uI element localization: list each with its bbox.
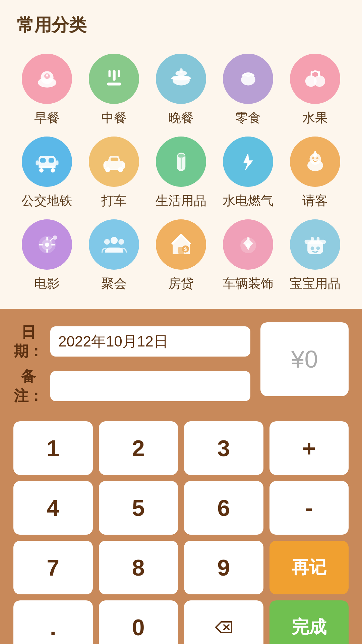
svg-rect-21 <box>39 166 56 168</box>
category-circle-mortgage: $ <box>156 219 206 270</box>
svg-rect-31 <box>103 163 106 167</box>
section-title: 常用分类 <box>17 13 345 37</box>
btn-save-again[interactable]: 再记 <box>269 541 349 594</box>
category-circle-bus <box>22 137 72 187</box>
label-movie: 电影 <box>34 275 60 292</box>
label-baby: 宝宝用品 <box>290 275 341 292</box>
category-snack[interactable]: 零食 <box>218 54 278 126</box>
svg-rect-61 <box>304 239 326 244</box>
svg-point-51 <box>110 237 117 244</box>
svg-point-28 <box>118 167 123 172</box>
btn-9[interactable]: 9 <box>184 541 263 594</box>
btn-minus[interactable]: - <box>269 481 349 535</box>
svg-point-15 <box>314 75 325 87</box>
category-circle-daily <box>156 137 206 187</box>
svg-rect-25 <box>56 160 59 165</box>
svg-point-59 <box>247 237 250 240</box>
category-circle-lunch <box>89 54 139 104</box>
label-snack: 零食 <box>235 109 261 126</box>
category-car-decor[interactable]: 车辆装饰 <box>218 219 278 292</box>
svg-rect-29 <box>110 157 117 161</box>
note-label: 备注： <box>13 367 44 405</box>
category-movie[interactable]: 电影 <box>17 219 77 292</box>
btn-backspace[interactable] <box>184 600 263 644</box>
categories-grid: 早餐 中餐 <box>17 54 345 292</box>
category-utilities[interactable]: 水电燃气 <box>218 137 278 209</box>
category-party[interactable]: 聚会 <box>84 219 144 292</box>
svg-point-44 <box>45 243 49 247</box>
btn-3[interactable]: 3 <box>184 421 263 475</box>
svg-rect-33 <box>177 154 184 158</box>
label-lunch: 中餐 <box>101 109 127 126</box>
category-lunch[interactable]: 中餐 <box>84 54 144 126</box>
svg-rect-7 <box>107 83 121 86</box>
svg-rect-63 <box>316 237 319 241</box>
svg-rect-4 <box>113 70 116 80</box>
svg-point-64 <box>310 246 314 250</box>
svg-rect-20 <box>48 158 54 162</box>
label-car-decor: 车辆装饰 <box>223 275 274 292</box>
svg-point-3 <box>46 74 48 76</box>
label-daily: 生活用品 <box>156 192 206 209</box>
category-mortgage[interactable]: $ 房贷 <box>151 219 211 292</box>
btn-0[interactable]: 0 <box>99 600 178 644</box>
btn-done[interactable]: 完成 <box>269 600 349 644</box>
category-taxi[interactable]: 打车 <box>84 137 144 209</box>
numpad: 1 2 3 + 4 5 6 - 7 8 9 再记 . 0 完成 <box>13 421 349 644</box>
category-baby[interactable]: 宝宝用品 <box>285 219 345 292</box>
svg-point-53 <box>118 239 124 245</box>
svg-point-27 <box>105 167 110 172</box>
label-fruit: 水果 <box>302 109 328 126</box>
btn-plus[interactable]: + <box>269 421 349 475</box>
category-circle-treat <box>290 137 340 187</box>
category-bus[interactable]: 公交地铁 <box>17 137 77 209</box>
note-field-row: 备注： <box>13 367 250 405</box>
svg-rect-39 <box>314 151 316 155</box>
svg-rect-5 <box>108 70 110 77</box>
label-breakfast: 早餐 <box>34 109 60 126</box>
btn-6[interactable]: 6 <box>184 481 263 535</box>
svg-marker-35 <box>243 152 253 171</box>
form-row: 日期： 备注： ¥0 <box>13 322 349 411</box>
category-treat[interactable]: 请客 <box>285 137 345 209</box>
svg-point-52 <box>104 239 110 245</box>
svg-rect-6 <box>118 70 120 77</box>
category-circle-baby <box>290 219 340 270</box>
date-label: 日期： <box>13 322 44 361</box>
category-dinner[interactable]: 晚餐 <box>151 54 211 126</box>
category-breakfast[interactable]: 早餐 <box>17 54 77 126</box>
svg-rect-24 <box>36 160 39 165</box>
btn-7[interactable]: 7 <box>13 541 93 594</box>
label-party: 聚会 <box>101 275 127 292</box>
svg-point-65 <box>316 246 320 250</box>
btn-dot[interactable]: . <box>13 600 93 644</box>
note-input[interactable] <box>50 371 250 401</box>
svg-point-22 <box>39 168 44 172</box>
label-taxi: 打车 <box>101 192 127 209</box>
label-mortgage: 房贷 <box>168 275 194 292</box>
currency-symbol: ¥ <box>291 346 304 373</box>
form-left: 日期： 备注： <box>13 322 250 411</box>
btn-2[interactable]: 2 <box>99 421 178 475</box>
btn-5[interactable]: 5 <box>99 481 178 535</box>
svg-rect-12 <box>180 68 183 73</box>
svg-rect-62 <box>311 237 314 241</box>
category-circle-utilities <box>223 137 273 187</box>
btn-4[interactable]: 4 <box>13 481 93 535</box>
btn-8[interactable]: 8 <box>99 541 178 594</box>
svg-rect-19 <box>40 158 46 162</box>
btn-1[interactable]: 1 <box>13 421 93 475</box>
amount-display-box: ¥0 <box>260 322 349 396</box>
label-utilities: 水电燃气 <box>223 192 274 209</box>
svg-point-49 <box>53 235 57 239</box>
date-input[interactable] <box>50 326 250 357</box>
svg-point-41 <box>316 157 318 159</box>
category-circle-party <box>89 219 139 270</box>
category-circle-dinner <box>156 54 206 104</box>
category-fruit[interactable]: 水果 <box>285 54 345 126</box>
category-circle-car-decor <box>223 219 273 270</box>
date-field-row: 日期： <box>13 322 250 361</box>
category-daily[interactable]: 生活用品 <box>151 137 211 209</box>
svg-text:$: $ <box>184 246 187 252</box>
label-treat: 请客 <box>302 192 328 209</box>
